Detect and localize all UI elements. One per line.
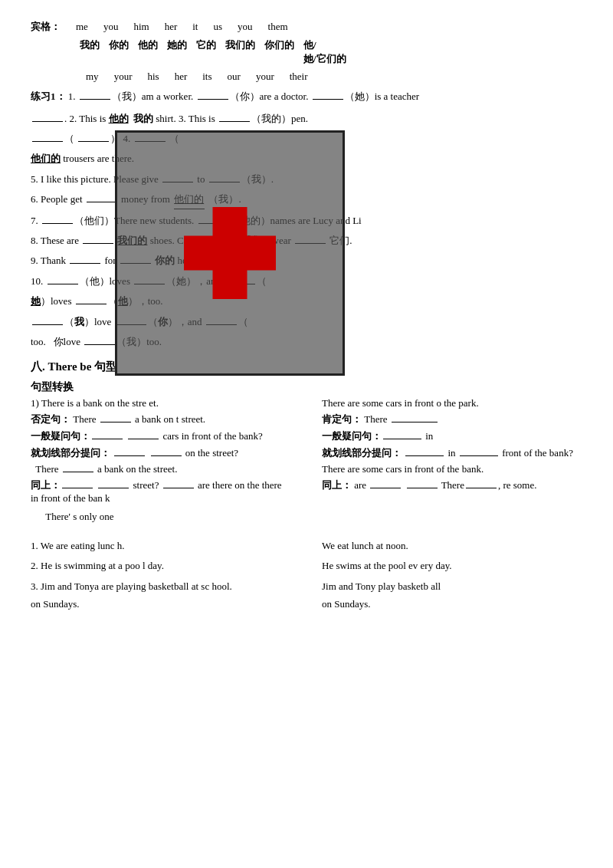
there-sentence-right: There are some cars in front of the bank… xyxy=(322,463,582,475)
acc-you2: you xyxy=(238,21,253,33)
exercise1-block: 练习1： 1. （我）am a worker. （你）are a doctor.… xyxy=(31,87,582,107)
question-row: 一般疑问句： cars in front of the bank? 一般疑问句：… xyxy=(31,429,582,443)
acc-her: her xyxy=(165,21,178,33)
negative-left: 否定句： There a bank on t street. xyxy=(31,413,291,426)
acc-them: them xyxy=(268,21,288,33)
poss-zh-nimen: 你们的 xyxy=(264,38,294,52)
poss-en-your: your xyxy=(114,71,133,83)
poss-zh-wo: 我的 xyxy=(80,38,100,52)
positive-right: 肯定句： There xyxy=(322,413,582,426)
therebe-left: 1) There is a bank on the stre et. xyxy=(31,397,291,409)
acc-him: him xyxy=(133,21,149,33)
therebe-example-row: 1) There is a bank on the stre et. There… xyxy=(31,397,582,409)
negative-row: 否定句： There a bank on t street. 肯定句： Ther… xyxy=(31,413,582,426)
special-right: 就划线部分提问： in front of the bank? xyxy=(322,446,582,460)
poss-en-her: her xyxy=(175,71,188,83)
ex3-right: Jim and Tony play basketb allon Sundays. xyxy=(322,577,582,613)
overlay xyxy=(115,130,345,376)
poss-en-my: my xyxy=(86,71,99,83)
special-question-row: 就划线部分提问： on the street? 就划线部分提问： in fron… xyxy=(31,446,582,460)
ex-item-3: 3. Jim and Tonya are playing basketball … xyxy=(31,577,582,613)
question-left: 一般疑问句： cars in front of the bank? xyxy=(31,429,291,443)
ex1-item1: 1. （我）am a worker. （你）are a doctor. （她）i… xyxy=(68,90,419,102)
acc-you: you xyxy=(103,21,119,33)
poss-en-your2: your xyxy=(256,71,274,83)
acc-it: it xyxy=(192,21,198,33)
page-content: 宾格： me you him her it us you them 我的 你的 … xyxy=(0,0,613,630)
poss-zh-ta: 他的 xyxy=(138,38,158,52)
poss-en-its: its xyxy=(202,71,211,83)
therebe-right: There are some cars in front o the park. xyxy=(322,397,582,409)
acc-me: me xyxy=(76,21,88,33)
there-sentence-row: There a bank on the street. There are so… xyxy=(31,463,582,475)
section8-subtitle: 句型转换 xyxy=(31,380,582,394)
there-sentence-left: There a bank on the street. xyxy=(31,463,291,475)
tongshang-row: 同上： street? are there on the there in fr… xyxy=(31,478,582,505)
poss-zh-ta3: 它的 xyxy=(196,38,216,52)
ex1-left: 1. We are eating lunc h. xyxy=(31,537,291,554)
poss-en-his: his xyxy=(147,71,159,83)
question-right: 一般疑问句： in xyxy=(322,429,582,443)
poss-zh-women: 我们的 xyxy=(225,38,255,52)
ex2-right: He swims at the pool ev ery day. xyxy=(322,557,582,574)
poss-zh-tamen: 他/她/它们的 xyxy=(303,38,346,66)
possessive-en-row: my your his her its our your their xyxy=(31,71,582,83)
possessive-zh-row: 我的 你的 他的 她的 它的 我们的 你们的 他/她/它们的 xyxy=(31,38,582,66)
ex3-left: 3. Jim and Tonya are playing basketball … xyxy=(31,577,291,613)
exercise1-label: 练习1： xyxy=(31,90,66,102)
ex2-left: 2. He is swimming at a poo l day. xyxy=(31,557,291,574)
poss-en-their: their xyxy=(290,71,308,83)
exercise-list: 1. We are eating lunc h. We eat lunch at… xyxy=(31,537,582,613)
ex-item-2: 2. He is swimming at a poo l day. He swi… xyxy=(31,557,582,574)
accusative-label: 宾格： xyxy=(31,20,61,34)
ex1-right: We eat lunch at noon. xyxy=(322,537,582,554)
ex1-item2: . 2. This is 他的 我的 shirt. 3. This is （我的… xyxy=(31,110,582,127)
tongshang-left: 同上： street? are there on the there in fr… xyxy=(31,478,291,505)
poss-en-our: our xyxy=(228,71,241,83)
tongshang-right: 同上： are There, re some. xyxy=(322,478,582,505)
sonlyone: There' s only one xyxy=(31,508,582,525)
poss-zh-ni: 你的 xyxy=(109,38,129,52)
accusative-row: 宾格： me you him her it us you them xyxy=(31,20,582,34)
ex-item-1: 1. We are eating lunc h. We eat lunch at… xyxy=(31,537,582,554)
poss-zh-ta2: 她的 xyxy=(167,38,187,52)
acc-us: us xyxy=(213,21,222,33)
special-left: 就划线部分提问： on the street? xyxy=(31,446,291,460)
